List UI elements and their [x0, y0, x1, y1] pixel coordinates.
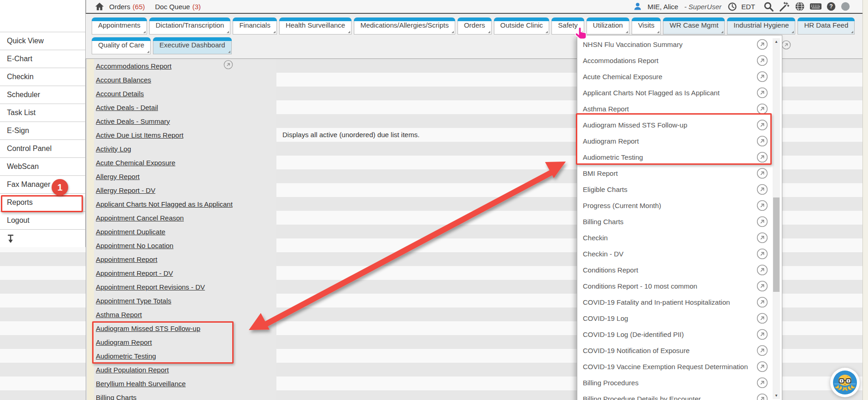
sidebar-item[interactable]: Checkin — [0, 68, 85, 86]
open-in-new-icon[interactable] — [757, 296, 768, 308]
clock-icon[interactable] — [727, 2, 737, 12]
sidebar-item[interactable]: Logout — [0, 211, 85, 229]
top-nav-item[interactable]: Doc Queue (3) — [155, 3, 201, 11]
tab[interactable]: WR Case Mgmt — [663, 17, 725, 35]
sidebar-item[interactable]: WebScan — [0, 157, 85, 175]
help-mascot-button[interactable] — [830, 368, 860, 397]
tab[interactable]: Industrial Hygiene — [727, 17, 795, 35]
report-link[interactable]: Appointment Report Revisions - DV — [96, 283, 205, 291]
wand-icon[interactable] — [779, 1, 790, 12]
report-link[interactable]: Acute Chemical Exposure — [96, 159, 176, 167]
tab[interactable]: Dictation/Transcription — [149, 17, 231, 35]
visits-menu-item[interactable]: NHSN Flu Vaccination Summary — [577, 36, 771, 52]
open-in-new-icon[interactable] — [757, 232, 768, 243]
home-icon[interactable] — [94, 1, 105, 12]
visits-menu-item[interactable]: Conditions Report - 10 most common — [577, 278, 771, 294]
visits-menu-item[interactable]: Checkin - DV — [577, 246, 771, 262]
report-link[interactable]: Appointment Report — [96, 255, 157, 263]
tab[interactable]: Visits — [632, 17, 661, 35]
report-link[interactable]: Appointment Cancel Reason — [96, 214, 184, 222]
user-name[interactable]: MIE, Alice — [647, 3, 678, 11]
visits-menu-item[interactable]: Billing Procedure Details by Encounter — [577, 391, 771, 400]
report-link[interactable]: Allergy Report - DV — [96, 186, 155, 194]
visits-menu-item[interactable]: Applicant Charts Not Flagged as Is Appli… — [577, 85, 771, 101]
search-icon[interactable] — [763, 1, 774, 12]
report-link[interactable]: Appointment Report - DV — [96, 269, 173, 277]
visits-menu-item[interactable]: COVID-19 Log — [577, 310, 771, 326]
tab[interactable]: Financials — [233, 17, 277, 35]
visits-menu-item[interactable]: BMI Report — [577, 165, 771, 181]
visits-menu-item[interactable]: Billing Charts — [577, 214, 771, 230]
open-in-new-icon[interactable] — [757, 377, 768, 388]
open-in-new-icon[interactable] — [757, 168, 768, 179]
report-link[interactable]: Beryllium Health Surveillance — [96, 380, 186, 388]
open-in-new-icon[interactable] — [757, 55, 768, 66]
open-in-new-icon[interactable] — [757, 264, 768, 276]
page-scrollbar[interactable] — [862, 0, 868, 400]
open-in-new-icon[interactable] — [757, 216, 768, 227]
external-link-icon[interactable] — [223, 60, 233, 70]
open-in-new-icon[interactable] — [757, 345, 768, 356]
open-in-new-icon[interactable] — [757, 329, 768, 340]
open-in-new-icon[interactable] — [757, 393, 768, 400]
open-in-new-icon[interactable] — [757, 361, 768, 372]
scroll-down-button[interactable]: ▼ — [773, 392, 780, 399]
pin-icon[interactable] — [7, 234, 14, 243]
open-in-new-icon[interactable] — [757, 87, 768, 99]
visits-menu-item[interactable]: COVID-19 Fatality and In-patient Hospita… — [577, 294, 771, 310]
report-link[interactable]: Appointment Type Totals — [96, 297, 171, 305]
tab[interactable]: Utilization — [586, 17, 629, 35]
report-link[interactable]: Appointment Duplicate — [96, 228, 165, 236]
dropdown-scrollbar[interactable]: ▲ ▼ — [773, 38, 780, 399]
scroll-up-button[interactable]: ▲ — [773, 38, 780, 45]
tab[interactable]: Outside Clinic — [494, 17, 550, 35]
visits-menu-item[interactable]: COVID-19 Vaccine Exemption Request Deter… — [577, 359, 771, 375]
report-link[interactable]: Account Details — [96, 90, 144, 98]
sidebar-item[interactable]: Quick View — [0, 32, 85, 50]
open-in-new-icon[interactable] — [757, 184, 768, 195]
tab[interactable]: Quality of Care — [92, 37, 151, 54]
tab[interactable]: Appointments — [92, 17, 147, 35]
report-link[interactable]: Applicant Charts Not Flagged as Is Appli… — [96, 200, 233, 208]
open-in-new-icon[interactable] — [757, 248, 768, 260]
visits-menu-item[interactable]: Conditions Report — [577, 262, 771, 278]
report-link[interactable]: Billing Charts — [96, 394, 136, 400]
tab[interactable]: Health Surveillance — [279, 17, 352, 35]
scrollbar-thumb[interactable] — [773, 197, 780, 292]
tab[interactable]: HR Data Feed — [798, 17, 855, 35]
visits-menu-item[interactable]: COVID-19 Log (De-identified PII) — [577, 326, 771, 342]
visits-menu-item[interactable]: Acute Chemical Exposure — [577, 69, 771, 85]
open-in-new-icon[interactable] — [757, 200, 768, 211]
visits-menu-item[interactable]: COVID-19 Notification of Exposure — [577, 342, 771, 359]
report-link[interactable]: Accommodations Report — [96, 62, 171, 70]
visits-menu-item[interactable]: Checkin — [577, 230, 771, 246]
report-link[interactable]: Active Deals - Summary — [96, 117, 170, 125]
open-in-new-icon[interactable] — [757, 313, 768, 324]
report-link[interactable]: Active Due List Items Report — [96, 131, 183, 139]
report-link[interactable]: Activity Log — [96, 145, 131, 153]
report-link[interactable]: Audit Population Report — [96, 366, 169, 374]
sidebar-item[interactable]: Scheduler — [0, 86, 85, 104]
report-link[interactable]: Appointment No Location — [96, 242, 173, 249]
top-nav-item[interactable]: Orders (65) — [109, 3, 145, 11]
sidebar-item[interactable]: Control Panel — [0, 139, 85, 157]
keyboard-icon[interactable] — [809, 1, 822, 12]
report-link[interactable]: Active Deals - Detail — [96, 104, 158, 111]
sidebar-item[interactable]: Task List — [0, 104, 85, 122]
visits-menu-item[interactable]: Billing Procedures — [577, 375, 771, 391]
globe-icon[interactable] — [794, 1, 805, 12]
report-link[interactable]: Asthma Report — [96, 311, 142, 319]
report-link[interactable]: Allergy Report — [96, 173, 140, 180]
sidebar-item[interactable]: E-Sign — [0, 122, 85, 139]
visits-menu-item[interactable]: Progress (Current Month) — [577, 197, 771, 214]
help-icon[interactable]: ? — [826, 1, 836, 12]
visits-menu-item[interactable]: Accommodations Report — [577, 52, 771, 69]
tab[interactable]: Executive Dashboard — [153, 37, 232, 54]
tab[interactable]: Medications/Allergies/Scripts — [354, 17, 455, 35]
open-in-new-icon[interactable] — [757, 280, 768, 292]
external-link-icon[interactable] — [781, 40, 791, 50]
tab[interactable]: Orders — [457, 17, 492, 35]
sidebar-item[interactable]: E-Chart — [0, 50, 85, 68]
sidebar-item[interactable]: Fax Manager — [0, 175, 85, 193]
visits-menu-item[interactable]: Eligible Charts — [577, 181, 771, 197]
